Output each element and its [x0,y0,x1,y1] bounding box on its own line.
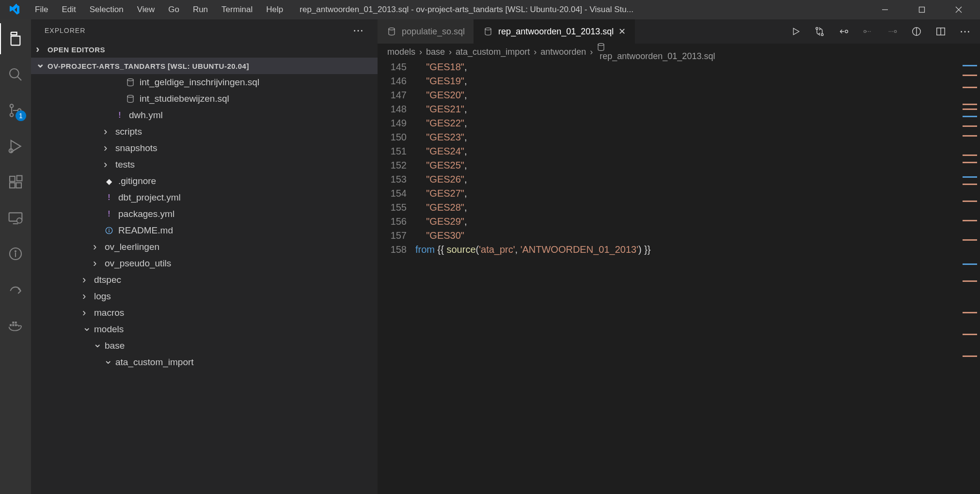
prev-change-icon[interactable] [838,26,849,37]
breadcrumb-item[interactable]: models [387,47,415,57]
tree-item-label: models [94,324,124,335]
explorer-more-icon[interactable]: ⋯ [353,24,364,37]
open-editors-label: OPEN EDITORS [47,46,105,54]
tree-item[interactable]: dtspec [31,272,378,288]
docker-activity-icon[interactable] [0,310,31,341]
menu-selection[interactable]: Selection [83,5,130,15]
file-icon [483,26,493,37]
tree-item[interactable]: ov_leerlingen [31,239,378,255]
tree-item[interactable]: ata_custom_import [31,354,378,370]
svg-rect-20 [10,324,12,326]
editor-tab[interactable]: rep_antwoorden_01_2013.sql✕ [474,19,635,44]
tree-item-label: macros [94,308,124,318]
title-bar: FileEditSelectionViewGoRunTerminalHelp r… [0,0,980,19]
workspace-label: OV-PROJECT-ARTS_TANDARTS [WSL: UBUNTU-20… [47,62,249,70]
svg-rect-10 [10,176,15,182]
close-tab-icon[interactable]: ✕ [618,26,626,37]
svg-rect-23 [12,322,14,324]
chevron-down-icon [36,60,45,72]
breadcrumb-separator-icon: › [534,47,537,57]
breadcrumb[interactable]: models›base›ata_custom_import›antwoorden… [378,44,980,60]
extensions-activity-icon[interactable] [0,167,31,198]
tree-item[interactable]: int_studiebewijzen.sql [31,91,378,107]
tree-item-label: ov_leerlingen [105,242,159,252]
file-icon [104,225,114,236]
tree-item[interactable]: !packages.yml [31,206,378,222]
editor-actions: ⋯ [781,19,980,44]
tree-item-label: snapshots [115,143,158,154]
chevron-right-icon [82,307,90,319]
breadcrumb-item[interactable]: ata_custom_import [456,47,530,57]
editor-more-icon[interactable]: ⋯ [960,25,970,38]
tree-item[interactable]: tests [31,156,378,173]
tree-item[interactable]: ◆.gitignore [31,173,378,189]
run-debug-activity-icon[interactable] [0,131,31,162]
search-activity-icon[interactable] [0,59,31,90]
tree-item[interactable]: macros [31,305,378,321]
menu-file[interactable]: File [28,5,55,15]
chevron-right-icon [104,158,111,171]
tree-item-label: ov_pseudo_utils [105,258,171,269]
tree-item[interactable]: snapshots [31,140,378,156]
tree-item-label: dbt_project.yml [118,192,181,203]
menu-help[interactable]: Help [259,5,290,15]
svg-rect-1 [919,7,925,13]
menu-edit[interactable]: Edit [55,5,82,15]
tree-item[interactable]: README.md [31,222,378,239]
code-editor[interactable]: 1451461471481491501511521531541551561571… [378,60,980,494]
tree-item-label: scripts [115,126,142,137]
share-activity-icon[interactable] [0,274,31,305]
breadcrumb-separator-icon: › [590,47,593,57]
tree-item-label: README.md [118,225,173,236]
svg-rect-21 [12,324,14,326]
tree-item[interactable]: !dwh.yml [31,107,378,124]
editor-tab[interactable]: populatie_so.sql [378,19,474,44]
tree-item[interactable]: ov_pseudo_utils [31,255,378,272]
workspace-section[interactable]: OV-PROJECT-ARTS_TANDARTS [WSL: UBUNTU-20… [31,58,378,74]
tree-item[interactable]: int_geldige_inschrijvingen.sql [31,74,378,91]
breadcrumb-item[interactable]: rep_antwoorden_01_2013.sql [597,43,715,62]
chevron-right-icon [93,241,101,253]
minimap[interactable] [957,60,980,494]
menu-go[interactable]: Go [161,5,186,15]
svg-point-16 [17,218,22,223]
main-area: 1 EXPLORER ⋯ OPEN EDITORS [0,19,980,494]
maximize-button[interactable] [911,0,933,19]
tree-item[interactable]: !dbt_project.yml [31,189,378,206]
split-editor-icon[interactable] [935,26,946,37]
menu-terminal[interactable]: Terminal [215,5,259,15]
editor-area: populatie_so.sqlrep_antwoorden_01_2013.s… [378,19,980,494]
minimize-button[interactable] [874,0,896,19]
vscode-logo-icon [9,4,20,15]
breadcrumb-item[interactable]: base [426,47,445,57]
remote-explorer-activity-icon[interactable] [0,202,31,233]
close-button[interactable] [948,0,969,19]
tree-item[interactable]: logs [31,288,378,305]
chevron-right-icon [82,274,90,286]
menu-view[interactable]: View [130,5,162,15]
explorer-activity-icon[interactable] [0,23,31,54]
file-icon: ! [104,209,114,219]
tree-item-label: ata_custom_import [115,357,194,368]
breadcrumb-item[interactable]: antwoorden [540,47,586,57]
orientation-icon[interactable] [911,26,922,37]
svg-point-32 [816,27,818,29]
menu-run[interactable]: Run [186,5,215,15]
tree-item[interactable]: base [31,338,378,354]
chevron-right-icon [104,142,111,154]
open-editors-section[interactable]: OPEN EDITORS [31,41,378,58]
tree-item[interactable]: models [31,321,378,338]
svg-point-31 [485,28,491,31]
chevron-right-icon [93,257,101,270]
git-compare-icon[interactable] [814,26,825,37]
svg-line-5 [17,77,21,80]
svg-point-30 [389,28,395,31]
code-content[interactable]: "GES18", "GES19", "GES20", "GES21", "GES… [415,60,957,494]
run-icon[interactable] [791,27,801,36]
breadcrumb-separator-icon: › [419,47,422,57]
gitlens-activity-icon[interactable] [0,238,31,269]
scm-activity-icon[interactable]: 1 [0,95,31,126]
gutter: 1451461471481491501511521531541551561571… [378,60,415,494]
svg-point-18 [15,250,16,252]
tree-item[interactable]: scripts [31,124,378,140]
